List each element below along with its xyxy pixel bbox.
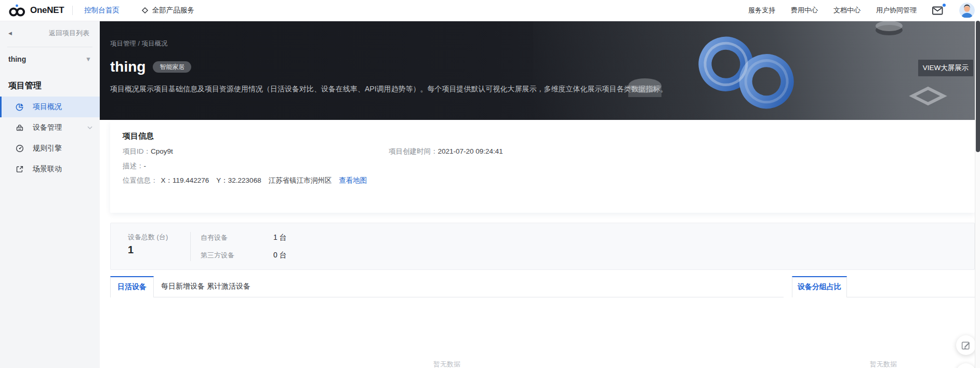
tab-device-group-ratio[interactable]: 设备分组占比 xyxy=(792,276,847,297)
edit-icon xyxy=(961,340,971,350)
location-x-value: X：119.442276 xyxy=(161,176,209,184)
nav-link-docs[interactable]: 文档中心 xyxy=(833,6,860,15)
tab-daily-new-devices[interactable]: 每日新增设备 xyxy=(161,276,205,297)
all-products-menu[interactable]: 全部产品服务 xyxy=(141,6,194,15)
project-info-card: 项目信息 项目ID：Cpoy9t 项目创建时间：2021-07-20 09:24… xyxy=(110,121,975,213)
location-y-value: Y：32.223068 xyxy=(216,176,261,184)
onenet-logo[interactable]: OneNET xyxy=(8,4,64,17)
back-label: 返回项目列表 xyxy=(49,29,89,38)
view-map-link[interactable]: 查看地图 xyxy=(339,176,367,184)
device-group-tabstrip: 设备分组占比 xyxy=(792,276,975,297)
console-home-link[interactable]: 控制台首页 xyxy=(84,6,120,15)
project-category-badge: 智能家居 xyxy=(153,61,191,73)
sidebar-item-label: 场景联动 xyxy=(33,165,62,174)
back-to-project-list[interactable]: ◀ 返回项目列表 xyxy=(0,21,100,46)
project-description: 项目概况展示项目基础信息及项目资源使用情况（日活设备对比、设备在线率、API调用… xyxy=(110,85,668,94)
project-selector-value: thing xyxy=(8,55,26,63)
sidebar: ◀ 返回项目列表 thing ▼ 项目管理 项目概况 xyxy=(0,21,100,368)
scene-link-icon xyxy=(16,165,24,173)
sidebar-item-device-management[interactable]: 设备管理 xyxy=(0,117,100,138)
onenet-logo-text: OneNET xyxy=(30,5,64,16)
description-field: 描述：- xyxy=(123,161,146,171)
chevron-down-icon: ▼ xyxy=(85,56,91,63)
gauge-icon xyxy=(16,144,24,153)
sidebar-item-scene-linkage[interactable]: 场景联动 xyxy=(0,159,100,180)
total-devices-value: 1 xyxy=(128,244,134,256)
sidebar-item-project-overview[interactable]: 项目概况 xyxy=(0,97,100,117)
device-group-card: 设备分组占比 暂无数据 xyxy=(792,276,975,368)
page-title: thing xyxy=(110,58,145,76)
created-time-label: 项目创建时间： xyxy=(389,147,438,155)
empty-data-text: 暂无数据 xyxy=(110,360,784,368)
unread-dot xyxy=(943,4,946,7)
location-label: 位置信息： xyxy=(123,176,158,184)
project-id-value: Cpoy9t xyxy=(151,147,173,155)
description-value: - xyxy=(144,162,147,170)
sidebar-section-title: 项目管理 xyxy=(8,80,100,91)
back-arrow-icon: ◀ xyxy=(8,31,12,36)
created-time-field: 项目创建时间：2021-07-20 09:24:41 xyxy=(389,147,503,156)
description-label: 描述： xyxy=(123,162,144,170)
nav-link-collaboration[interactable]: 用户协同管理 xyxy=(876,6,917,15)
third-party-devices-value: 0 台 xyxy=(273,251,287,260)
nav-divider xyxy=(72,6,73,15)
view-dashboard-button[interactable]: VIEW大屏展示 xyxy=(918,60,973,76)
device-charts-card: 日活设备 每日新增设备 累计激活设备 暂无数据 xyxy=(110,276,784,368)
tab-daily-active-devices[interactable]: 日活设备 xyxy=(110,276,154,297)
sidebar-item-label: 设备管理 xyxy=(33,123,62,132)
breadcrumb: 项目管理 / 项目概况 xyxy=(110,39,167,48)
scrollbar-thumb[interactable] xyxy=(976,21,980,152)
diamond-icon xyxy=(141,7,149,14)
page-scrollbar xyxy=(975,21,980,368)
tab-total-activated-devices[interactable]: 累计激活设备 xyxy=(207,276,250,297)
stats-divider xyxy=(190,232,191,261)
sidebar-item-rule-engine[interactable]: 规则引擎 xyxy=(0,138,100,159)
device-charts-tabstrip: 日活设备 每日新增设备 累计激活设备 xyxy=(110,276,784,297)
user-avatar[interactable] xyxy=(959,3,975,18)
empty-data-text: 暂无数据 xyxy=(792,360,975,368)
device-lock-icon xyxy=(16,124,24,132)
sidebar-item-label: 规则引擎 xyxy=(33,144,62,153)
project-selector[interactable]: thing ▼ xyxy=(0,47,100,71)
chevron-down-icon xyxy=(87,126,92,129)
nav-link-support[interactable]: 服务支持 xyxy=(748,6,775,15)
pie-chart-icon xyxy=(16,103,24,111)
project-hero-banner: 项目管理 / 项目概况 thing 智能家居 项目概况展示项目基础信息及项目资源… xyxy=(100,21,980,120)
created-time-value: 2021-07-20 09:24:41 xyxy=(438,147,503,155)
all-products-label: 全部产品服务 xyxy=(152,6,194,15)
project-id-label: 项目ID： xyxy=(123,147,151,155)
third-party-devices-label: 第三方设备 xyxy=(201,251,234,260)
sidebar-item-label: 项目概况 xyxy=(33,102,62,112)
onenet-logo-icon xyxy=(8,4,27,17)
location-field: 位置信息：X：119.442276Y：32.223068江苏省镇江市润州区查看地… xyxy=(123,176,367,185)
own-devices-label: 自有设备 xyxy=(201,233,228,242)
project-id-field: 项目ID：Cpoy9t xyxy=(123,147,173,155)
feedback-edit-fab[interactable] xyxy=(956,335,976,355)
location-address: 江苏省镇江市润州区 xyxy=(269,176,332,184)
onenet-console-page: OneNET 控制台首页 全部产品服务 服务支持 费用中心 文档中心 用户协同管… xyxy=(0,0,980,368)
device-stats-card: 设备总数 (台) 1 自有设备 1 台 第三方设备 0 台 xyxy=(110,223,975,270)
own-devices-value: 1 台 xyxy=(273,233,287,242)
mail-icon[interactable] xyxy=(932,6,944,15)
total-devices-label: 设备总数 (台) xyxy=(128,233,168,242)
top-navbar: OneNET 控制台首页 全部产品服务 服务支持 费用中心 文档中心 用户协同管… xyxy=(0,0,980,21)
project-info-title: 项目信息 xyxy=(123,131,154,141)
banner-decorative-art xyxy=(533,21,980,120)
nav-link-billing[interactable]: 费用中心 xyxy=(791,6,818,15)
